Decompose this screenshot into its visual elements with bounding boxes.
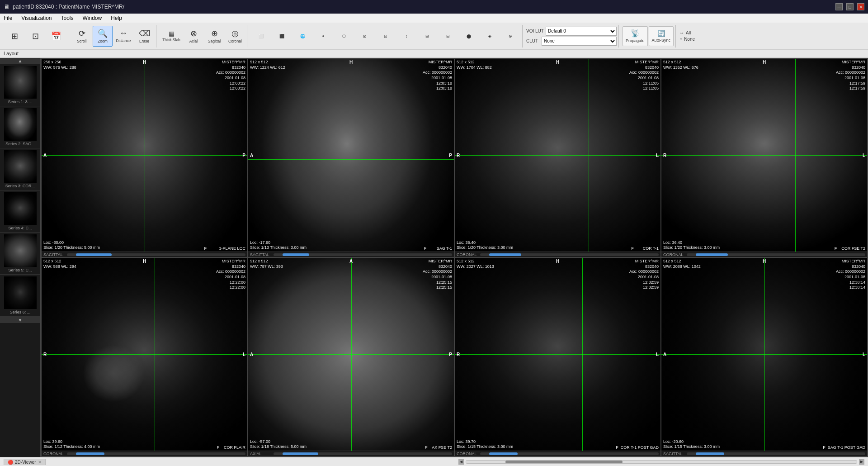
view-btn-11[interactable]: ⬤ bbox=[459, 26, 479, 47]
thick-slab-icon: ▦ bbox=[169, 30, 175, 37]
vp6-thumb[interactable] bbox=[283, 452, 318, 455]
toolbar: ⊞ ⊡ 📅 ⟳ Scroll 🔍 Zoom ↔ Distance ⌫ Erase… bbox=[0, 23, 868, 50]
vp2-thumb[interactable] bbox=[283, 253, 309, 256]
vp1-thumb[interactable] bbox=[76, 253, 112, 256]
vp8-thumb[interactable] bbox=[696, 452, 724, 455]
vp3-orient: CORONAL bbox=[457, 252, 478, 257]
viewport-canvas-7: 512 x 512WW: 2027 WL: 1013 MISTER^MR8320… bbox=[455, 258, 660, 451]
menu-file[interactable]: File bbox=[2, 14, 14, 22]
layout-label: Layout bbox=[0, 50, 868, 58]
vp3-scrollbar: CORONAL bbox=[455, 252, 660, 257]
menu-visualization[interactable]: Visualization bbox=[19, 14, 53, 22]
series-item-1[interactable]: Series 1: 3-... bbox=[0, 64, 40, 106]
zoom-btn[interactable]: 🔍 Zoom bbox=[93, 26, 113, 47]
view-btn-10[interactable]: ⊟ bbox=[438, 26, 458, 47]
calendar-btn[interactable]: 📅 bbox=[46, 26, 66, 47]
series-item-4[interactable]: Series 4: C... bbox=[0, 190, 40, 233]
vp5-track[interactable] bbox=[67, 452, 245, 455]
icon9: ⊞ bbox=[425, 34, 429, 38]
close-button[interactable]: ✕ bbox=[857, 3, 864, 10]
viewport-5[interactable]: 512 x 512WW: 588 WL: 294 MISTER^MR832040… bbox=[42, 258, 247, 456]
clut-select[interactable]: None bbox=[542, 37, 617, 46]
view-btn-1[interactable]: ⬜ bbox=[251, 26, 271, 47]
vp1-track[interactable] bbox=[67, 253, 245, 256]
voi-row: VOI LUT Default 0 bbox=[526, 27, 617, 36]
coronal-btn[interactable]: ◎ Coronal bbox=[225, 26, 245, 47]
vp6-track[interactable] bbox=[274, 452, 452, 455]
hscroll-right[interactable]: ▶ bbox=[859, 459, 864, 465]
voi-select[interactable]: Default 0 bbox=[546, 27, 617, 36]
vp8-track[interactable] bbox=[687, 452, 865, 455]
toolbar-group-voi: VOI LUT Default 0 CLUT None bbox=[524, 25, 619, 48]
layout-single-btn[interactable]: ⊡ bbox=[25, 26, 45, 47]
propagate-btn[interactable]: 📡 Propagate bbox=[623, 26, 648, 46]
menu-help[interactable]: Help bbox=[109, 14, 124, 22]
viewport-3[interactable]: 512 x 512WW: 1704 WL: 882 MISTER^MR83204… bbox=[455, 59, 660, 257]
viewport-canvas-1: 256 x 256WW: 576 WL: 288 MISTER^MR832040… bbox=[42, 59, 247, 252]
vp5-thumb[interactable] bbox=[76, 452, 104, 455]
scroll-btn[interactable]: ⟳ Scroll bbox=[72, 26, 92, 47]
coronal-label: Coronal bbox=[228, 39, 242, 43]
hscroll-track[interactable] bbox=[466, 460, 857, 464]
crosshair-h-1 bbox=[42, 155, 247, 156]
vp3-thumb[interactable] bbox=[489, 253, 521, 256]
sagittal-btn[interactable]: ⊕ Sagittal bbox=[204, 26, 224, 47]
restore-button[interactable]: □ bbox=[846, 3, 854, 10]
view-btn-4[interactable]: ✦ bbox=[313, 26, 333, 47]
menu-tools[interactable]: Tools bbox=[59, 14, 75, 22]
hscroll-thumb[interactable] bbox=[505, 461, 623, 463]
viewport-7[interactable]: 512 x 512WW: 2027 WL: 1013 MISTER^MR8320… bbox=[455, 258, 660, 456]
series-item-3[interactable]: Series 3: COR... bbox=[0, 148, 40, 190]
bottom-tab-2dviewer[interactable]: 🔴 2D-Viewer ✕ bbox=[4, 459, 46, 465]
viewport-2[interactable]: 512 x 512WW: 1224 WL: 612 MISTER^MR83204… bbox=[248, 59, 454, 257]
layout-grid-btn[interactable]: ⊞ bbox=[5, 26, 24, 47]
vp4-track[interactable] bbox=[687, 253, 865, 256]
erase-btn[interactable]: ⌫ Erase bbox=[134, 26, 154, 47]
toolbar-group-orientation: ▦ Thick Slab ⊗ Axial ⊕ Sagittal ◎ Corona… bbox=[158, 25, 247, 48]
view-btn-3[interactable]: 🌐 bbox=[292, 26, 312, 47]
thick-slab-label: Thick Slab bbox=[162, 38, 180, 42]
view-btn-6[interactable]: ⊠ bbox=[355, 26, 375, 47]
view-btn-2[interactable]: ⬛ bbox=[272, 26, 292, 47]
thick-slab-btn[interactable]: ▦ Thick Slab bbox=[160, 26, 183, 47]
axial-btn[interactable]: ⊗ Axial bbox=[184, 26, 203, 47]
icon7: ⊡ bbox=[384, 34, 387, 38]
vp2-orient: SAGITTAL bbox=[250, 252, 272, 257]
none-row: ○ None bbox=[679, 37, 695, 42]
view-btn-5[interactable]: ⬡ bbox=[334, 26, 354, 47]
vp2-track[interactable] bbox=[274, 253, 452, 256]
viewport-4[interactable]: 512 x 512WW: 1352 WL: 676 MISTER^MR83204… bbox=[661, 59, 867, 257]
menu-window[interactable]: Window bbox=[81, 14, 104, 22]
vp3-track[interactable] bbox=[480, 253, 659, 256]
layout-grid-icon: ⊞ bbox=[11, 31, 18, 41]
series-thumb-3 bbox=[4, 150, 37, 183]
crosshair-h-2 bbox=[248, 159, 454, 160]
vp7-thumb[interactable] bbox=[489, 452, 518, 455]
axial-icon: ⊗ bbox=[190, 29, 197, 38]
vp4-thumb[interactable] bbox=[696, 253, 728, 256]
viewport-6[interactable]: 512 x 512WW: 787 WL: 393 MISTER^MR832040… bbox=[248, 258, 454, 456]
view-btn-7[interactable]: ⊡ bbox=[376, 26, 396, 47]
scroll-label: Scroll bbox=[77, 39, 86, 43]
sidebar-scroll-up[interactable]: ▲ bbox=[0, 58, 40, 64]
tab-close[interactable]: ✕ bbox=[38, 460, 42, 465]
view-btn-9[interactable]: ⊞ bbox=[417, 26, 437, 47]
sidebar-scroll-down[interactable]: ▼ bbox=[0, 317, 40, 323]
series-item-2[interactable]: Series 2: SAG... bbox=[0, 106, 40, 148]
view-btn-12[interactable]: ◈ bbox=[480, 26, 500, 47]
series-item-5[interactable]: Series 5: C... bbox=[0, 233, 40, 275]
icon10: ⊟ bbox=[446, 34, 450, 38]
vp7-track[interactable] bbox=[480, 452, 659, 455]
view-btn-13[interactable]: ⊗ bbox=[500, 26, 520, 47]
viewport-8[interactable]: 512 x 512WW: 2088 WL: 1042 MISTER^MR8320… bbox=[661, 258, 867, 456]
distance-btn[interactable]: ↔ Distance bbox=[113, 26, 133, 47]
series-item-6[interactable]: Series 6: ... bbox=[0, 275, 40, 317]
series-label-4: Series 4: C... bbox=[2, 226, 38, 230]
minimize-button[interactable]: ─ bbox=[835, 3, 843, 10]
sync-icon: ↔ bbox=[679, 30, 684, 35]
hscroll-left[interactable]: ◀ bbox=[458, 459, 464, 465]
viewport-1[interactable]: 256 x 256WW: 576 WL: 288 MISTER^MR832040… bbox=[42, 59, 247, 257]
autosync-btn[interactable]: 🔄 Auto-Sync bbox=[649, 26, 674, 46]
view-btn-8[interactable]: ↕ bbox=[396, 26, 416, 47]
zoom-icon: 🔍 bbox=[98, 29, 108, 38]
